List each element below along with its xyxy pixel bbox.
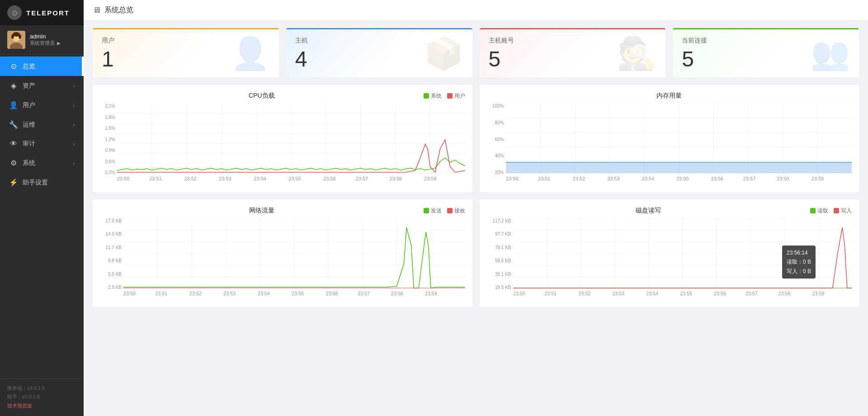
svg-text:23:50: 23:50: [117, 176, 130, 181]
memory-chart-card: 内存用量 20% 40% 60% 80% 100%: [480, 85, 859, 192]
stat-left-connections: 当前连接 5: [682, 37, 707, 70]
memory-chart-title-row: 内存用量: [487, 92, 852, 100]
network-chart-area: 2.9 KB 5.9 KB 8.8 KB 11.7 KB 14.6 KB 17.…: [100, 218, 465, 300]
svg-text:23:57: 23:57: [358, 291, 370, 296]
svg-text:23:53: 23:53: [612, 291, 624, 296]
stat-card-hosts[interactable]: 主机 4 📦: [286, 28, 472, 77]
svg-text:23:59: 23:59: [425, 291, 437, 296]
stat-label-accounts: 主机账号: [489, 37, 514, 45]
system-icon: ⚙: [9, 159, 18, 167]
service-version: 服务端：v3.0.1.6: [7, 384, 76, 393]
stat-label-hosts: 主机: [295, 37, 308, 45]
ops-icon: 🔧: [9, 120, 18, 129]
disk-svg: 23:50 23:51 23:52 23:53 23:54 23:55 23:5…: [513, 218, 852, 300]
cpu-chart-title: CPU负载: [100, 92, 424, 100]
users-icon: 👤: [9, 101, 18, 109]
network-chart-title-row: 网络流量 发送 接收: [100, 207, 465, 215]
svg-text:23:50: 23:50: [506, 176, 519, 181]
stat-value-accounts: 5: [489, 48, 514, 70]
sidebar-nav: ⊙ 总览 ◈ 资产 › 👤 用户 › 🔧 运维 › 👁 审计 › ⚙ 系统 ›: [0, 55, 84, 378]
disk-chart-inner: 23:50 23:51 23:52 23:53 23:54 23:55 23:5…: [513, 218, 852, 300]
sidebar-item-overview-label: 总览: [23, 62, 35, 71]
memory-chart-area: 20% 40% 60% 80% 100%: [487, 104, 852, 185]
username: admin: [30, 33, 61, 40]
svg-text:23:56: 23:56: [326, 291, 338, 296]
sidebar-item-users-label: 用户: [23, 101, 35, 109]
cpu-y-labels: 0.3% 0.6% 0.9% 1.2% 1.5% 1.8% 2.1%: [100, 104, 117, 185]
stat-value-connections: 5: [682, 48, 707, 70]
disk-legend-read: 读取: [810, 207, 828, 215]
network-send-dot: [424, 208, 429, 213]
svg-text:23:58: 23:58: [777, 176, 789, 181]
svg-text:23:59: 23:59: [812, 291, 824, 296]
cpu-chart-legend: 系统 用户: [424, 92, 465, 100]
stat-label-users: 用户: [102, 37, 114, 45]
svg-text:23:55: 23:55: [288, 176, 301, 181]
stat-card-connections[interactable]: 当前连接 5 👥: [673, 28, 859, 77]
cpu-legend-user: 用户: [447, 92, 465, 100]
svg-text:23:50: 23:50: [123, 291, 136, 296]
system-arrow-icon: ›: [73, 161, 75, 166]
svg-text:23:57: 23:57: [743, 176, 755, 181]
sidebar-item-users[interactable]: 👤 用户 ›: [0, 95, 84, 115]
user-section[interactable]: admin 系统管理员 ▶: [0, 25, 84, 55]
sidebar: ⊙ TELEPORT admin 系统管理员 ▶ ⊙: [0, 0, 84, 416]
disk-chart-legend: 读取 写入: [810, 207, 852, 215]
app-logo-icon: ⊙: [7, 5, 22, 20]
sidebar-item-system[interactable]: ⚙ 系统 ›: [0, 153, 84, 173]
stat-left-users: 用户 1: [102, 37, 114, 70]
stat-left-hosts: 主机 4: [295, 37, 308, 70]
tech-preview[interactable]: 技术预览版: [7, 402, 76, 411]
ops-arrow-icon: ›: [73, 122, 75, 128]
sidebar-item-ops-label: 运维: [23, 121, 35, 129]
page-title-section: 🖥 系统总览: [93, 5, 133, 15]
sidebar-footer: 服务端：v3.0.1.6 助手：v3.0.1.6 技术预览版: [0, 378, 84, 416]
svg-text:23:54: 23:54: [646, 291, 658, 296]
svg-text:23:53: 23:53: [219, 176, 231, 181]
app-name: TELEPORT: [26, 9, 70, 17]
svg-text:23:58: 23:58: [778, 291, 790, 296]
memory-chart-inner: 23:50 23:51 23:52 23:53 23:54 23:55 23:5…: [506, 104, 852, 185]
svg-text:23:57: 23:57: [356, 176, 368, 181]
assets-arrow-icon: ›: [73, 83, 75, 89]
user-info: admin 系统管理员 ▶: [30, 33, 61, 47]
svg-text:23:53: 23:53: [223, 291, 236, 296]
audit-arrow-icon: ›: [73, 141, 75, 147]
stat-label-connections: 当前连接: [682, 37, 707, 45]
svg-text:23:59: 23:59: [424, 176, 437, 181]
memory-svg: 23:50 23:51 23:52 23:53 23:54 23:55 23:5…: [506, 104, 852, 185]
svg-text:23:56: 23:56: [323, 176, 336, 181]
stats-row: 用户 1 👤 主机 4 📦 主机账号 5 🕵 当前连接 5 👥: [84, 21, 868, 85]
svg-text:23:52: 23:52: [184, 176, 197, 181]
network-legend-recv: 接收: [447, 207, 465, 215]
disk-chart-title-row: 磁盘读写 读取 写入: [487, 207, 852, 215]
svg-text:23:52: 23:52: [572, 176, 585, 181]
cpu-chart-inner: 23:50 23:51 23:52 23:53 23:54 23:55 23:5…: [117, 104, 465, 185]
svg-text:23:51: 23:51: [544, 291, 557, 296]
stat-card-accounts[interactable]: 主机账号 5 🕵: [480, 28, 666, 77]
stat-card-users[interactable]: 用户 1 👤: [93, 28, 279, 77]
stat-icon-hosts: 📦: [424, 35, 463, 72]
network-svg: 23:50 23:51 23:52 23:53 23:54 23:55 23:5…: [123, 218, 465, 300]
svg-text:23:53: 23:53: [607, 176, 620, 181]
sidebar-item-assistant[interactable]: ⚡ 助手设置: [0, 173, 84, 192]
cpu-chart-title-row: CPU负载 系统 用户: [100, 92, 465, 100]
sidebar-item-assets[interactable]: ◈ 资产 ›: [0, 76, 84, 95]
svg-text:23:54: 23:54: [254, 176, 266, 181]
audit-icon: 👁: [9, 140, 18, 148]
sidebar-item-system-label: 系统: [23, 159, 35, 167]
svg-text:23:51: 23:51: [149, 176, 162, 181]
sidebar-item-audit[interactable]: 👁 审计 ›: [0, 134, 84, 153]
memory-y-labels: 20% 40% 60% 80% 100%: [487, 104, 506, 185]
assistant-icon: ⚡: [9, 178, 18, 187]
svg-text:23:55: 23:55: [676, 176, 689, 181]
topbar: 🖥 系统总览: [84, 0, 868, 21]
cpu-chart-area: 0.3% 0.6% 0.9% 1.2% 1.5% 1.8% 2.1%: [100, 104, 465, 185]
sidebar-item-ops[interactable]: 🔧 运维 ›: [0, 115, 84, 134]
sidebar-item-overview[interactable]: ⊙ 总览: [0, 57, 84, 76]
cpu-legend-system: 系统: [424, 92, 442, 100]
svg-text:23:58: 23:58: [389, 176, 402, 181]
cpu-chart-card: CPU负载 系统 用户 0.3% 0.6% 0.9%: [93, 85, 472, 192]
cpu-system-dot: [424, 93, 429, 99]
svg-marker-48: [506, 162, 852, 173]
